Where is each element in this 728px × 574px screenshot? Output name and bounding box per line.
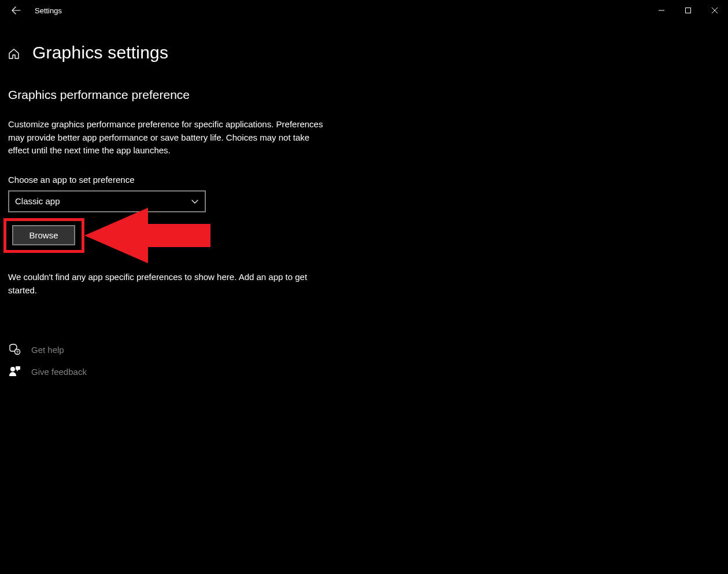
chevron-down-icon: [191, 197, 199, 205]
no-apps-message: We couldn't find any app specific prefer…: [8, 270, 323, 297]
svg-text:?: ?: [16, 350, 19, 354]
svg-rect-0: [686, 8, 691, 13]
give-feedback-label: Give feedback: [31, 367, 87, 377]
maximize-button[interactable]: [675, 1, 701, 20]
svg-marker-1: [84, 208, 210, 263]
page-title: Graphics settings: [32, 43, 168, 62]
browse-container: Browse: [3, 218, 332, 255]
window-titlebar: Settings: [0, 0, 728, 21]
browse-button-label: Browse: [29, 230, 58, 240]
get-help-link[interactable]: ? Get help: [8, 343, 332, 356]
give-feedback-link[interactable]: Give feedback: [8, 365, 332, 378]
dropdown-selected-value: Classic app: [15, 196, 60, 206]
close-button[interactable]: [701, 1, 728, 20]
help-icon: ?: [8, 343, 21, 356]
maximize-icon: [685, 7, 692, 14]
svg-point-4: [10, 367, 15, 371]
back-button[interactable]: [9, 3, 23, 17]
annotation-arrow-icon: [84, 208, 210, 263]
main-section: Graphics performance preference Customiz…: [8, 88, 332, 378]
get-help-label: Get help: [31, 345, 64, 355]
feedback-icon: [8, 365, 21, 378]
titlebar-left: Settings: [0, 3, 62, 17]
minimize-button[interactable]: [648, 1, 675, 20]
content-area: Graphics settings Graphics performance p…: [0, 21, 728, 378]
app-title: Settings: [35, 6, 62, 15]
minimize-icon: [658, 7, 665, 14]
window-controls: [648, 1, 728, 20]
browse-button[interactable]: Browse: [12, 225, 75, 245]
home-icon: [8, 48, 20, 60]
home-button[interactable]: [8, 48, 20, 60]
section-description: Customize graphics performance preferenc…: [8, 118, 332, 157]
back-arrow-icon: [12, 6, 21, 15]
page-header: Graphics settings: [8, 43, 720, 62]
svg-rect-5: [16, 366, 20, 370]
choose-app-label: Choose an app to set preference: [8, 175, 332, 185]
section-heading: Graphics performance preference: [8, 88, 332, 102]
close-icon: [711, 7, 718, 14]
